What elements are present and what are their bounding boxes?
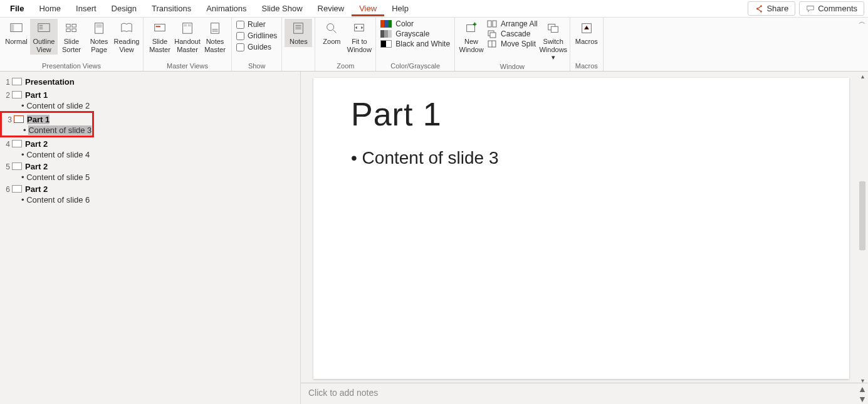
notes-icon (291, 21, 305, 35)
menu-home[interactable]: Home (31, 1, 68, 16)
move-split-icon (487, 40, 497, 48)
group-label-master-views: Master Views (146, 62, 229, 71)
outline-content[interactable]: Content of slide 6 (0, 195, 300, 205)
gridlines-checkbox[interactable]: Gridlines (234, 30, 279, 41)
menu-animations[interactable]: Animations (199, 1, 254, 16)
ruler-checkbox[interactable]: Ruler (234, 19, 268, 30)
content-area: 1Presentation 2Part 1Content of slide 2 … (0, 72, 868, 404)
ribbon: Normal Outline View Slide Sorter Notes P… (0, 18, 868, 72)
notes-label: Notes (290, 38, 308, 46)
slide-sorter-button[interactable]: Slide Sorter (58, 19, 85, 55)
svg-rect-2 (38, 24, 50, 32)
notes-pane[interactable]: Click to add notes (301, 383, 868, 404)
slide-title-text[interactable]: Part 1 (27, 115, 50, 124)
svg-rect-20 (493, 21, 496, 27)
slide-title[interactable]: Part 1 (351, 95, 812, 133)
grayscale-button[interactable]: Grayscale (379, 29, 431, 39)
slide-canvas[interactable]: Part 1 Content of slide 3 (313, 78, 849, 379)
slide-title-text[interactable]: Part 2 (25, 184, 48, 194)
menu-insert[interactable]: Insert (68, 1, 104, 16)
bw-button[interactable]: Black and White (379, 39, 452, 49)
vertical-scrollbar[interactable]: ▴ ▾ ⯅ ⯆ (857, 72, 868, 404)
outline-content[interactable]: Content of slide 3 (2, 125, 92, 135)
outline-slide-2[interactable]: 2Part 1 (0, 89, 300, 101)
bw-swatch-icon (380, 40, 392, 48)
switch-windows-icon (546, 21, 560, 35)
normal-view-button[interactable]: Normal (3, 19, 30, 47)
switch-windows-button[interactable]: Switch Windows ▾ (540, 19, 567, 63)
macros-button[interactable]: Macros (573, 19, 600, 47)
reading-view-button[interactable]: Reading View (113, 19, 140, 55)
slide-title-text[interactable]: Part 1 (25, 90, 48, 100)
outline-slide-4[interactable]: 4Part 2 (0, 138, 300, 150)
color-swatch-icon (380, 20, 392, 28)
slide-master-button[interactable]: Slide Master (146, 19, 174, 55)
zoom-icon (325, 21, 338, 35)
share-label: Share (766, 4, 788, 13)
arrange-all-button[interactable]: Arrange All (485, 19, 540, 29)
share-button[interactable]: Share (748, 1, 795, 16)
menu-transitions[interactable]: Transitions (144, 1, 199, 16)
slide-body[interactable]: Content of slide 3 (351, 148, 812, 168)
outline-view-button[interactable]: Outline View (30, 19, 58, 55)
group-notes: Notes (282, 18, 315, 71)
notes-master-button[interactable]: Notes Master (201, 19, 229, 55)
svg-rect-3 (66, 24, 70, 28)
outline-content[interactable]: Content of slide 2 (0, 101, 300, 110)
reading-view-icon (120, 21, 133, 35)
fit-window-button[interactable]: Fit to Window (345, 19, 373, 55)
outline-content[interactable]: Content of slide 5 (0, 173, 300, 182)
normal-label: Normal (5, 38, 27, 46)
menu-slideshow[interactable]: Slide Show (254, 1, 310, 16)
outline-slide-5[interactable]: 5Part 2 (0, 161, 300, 173)
outline-slide-3[interactable]: 3Part 1 (2, 114, 92, 125)
next-slide-icon[interactable]: ⯆ (858, 395, 867, 404)
menu-design[interactable]: Design (104, 1, 144, 16)
svg-rect-25 (551, 26, 558, 32)
prev-slide-icon[interactable]: ⯅ (858, 385, 867, 395)
cascade-button[interactable]: Cascade (485, 29, 540, 39)
svg-rect-13 (188, 24, 191, 27)
outline-content[interactable]: Content of slide 4 (0, 150, 300, 159)
move-split-button[interactable]: Move Split (485, 39, 540, 49)
slide-title-text[interactable]: Part 2 (25, 162, 48, 171)
slide-number: 1 (3, 77, 10, 87)
cascade-label: Cascade (501, 29, 530, 38)
slide-master-label: Slide Master (147, 38, 173, 53)
color-label: Color (395, 19, 414, 28)
slide-icon (12, 78, 22, 85)
menu-view[interactable]: View (352, 1, 384, 16)
comments-button[interactable]: Comments (799, 1, 864, 16)
cascade-icon (487, 29, 497, 38)
guides-checkbox[interactable]: Guides (234, 41, 273, 53)
menu-file[interactable]: File (3, 1, 31, 16)
svg-point-16 (327, 24, 334, 31)
group-window: New Window Arrange All Cascade Move Spli… (455, 18, 570, 71)
group-show: Ruler Gridlines Guides Show (232, 18, 282, 71)
slide-icon (12, 185, 22, 193)
color-button[interactable]: Color (379, 19, 416, 29)
notes-page-button[interactable]: Notes Page (85, 19, 113, 55)
handout-master-button[interactable]: Handout Master (174, 19, 201, 55)
group-label-window: Window (458, 63, 567, 72)
scroll-down-icon[interactable]: ▾ (860, 376, 865, 385)
menu-review[interactable]: Review (310, 1, 352, 16)
scroll-up-icon[interactable]: ▴ (860, 72, 865, 81)
outline-slide-1[interactable]: 1Presentation (0, 76, 300, 88)
zoom-button[interactable]: Zoom (318, 19, 345, 47)
collapse-ribbon-icon[interactable]: ︿ (859, 17, 865, 26)
outline-slide-6[interactable]: 6Part 2 (0, 183, 300, 195)
slide-number: 6 (3, 184, 10, 194)
new-window-button[interactable]: New Window (458, 19, 485, 55)
notes-button[interactable]: Notes (285, 19, 312, 47)
slide-sorter-label: Slide Sorter (58, 38, 85, 53)
switch-windows-label: Switch Windows ▾ (539, 38, 567, 61)
menu-help[interactable]: Help (384, 1, 416, 16)
fit-window-icon (352, 21, 366, 35)
slide-title-text[interactable]: Part 2 (25, 139, 48, 149)
outline-pane[interactable]: 1Presentation 2Part 1Content of slide 2 … (0, 72, 301, 404)
scroll-thumb[interactable] (859, 181, 865, 250)
slide-title-text[interactable]: Presentation (25, 77, 75, 87)
move-split-label: Move Split (501, 40, 536, 48)
group-label-zoom: Zoom (318, 62, 373, 71)
